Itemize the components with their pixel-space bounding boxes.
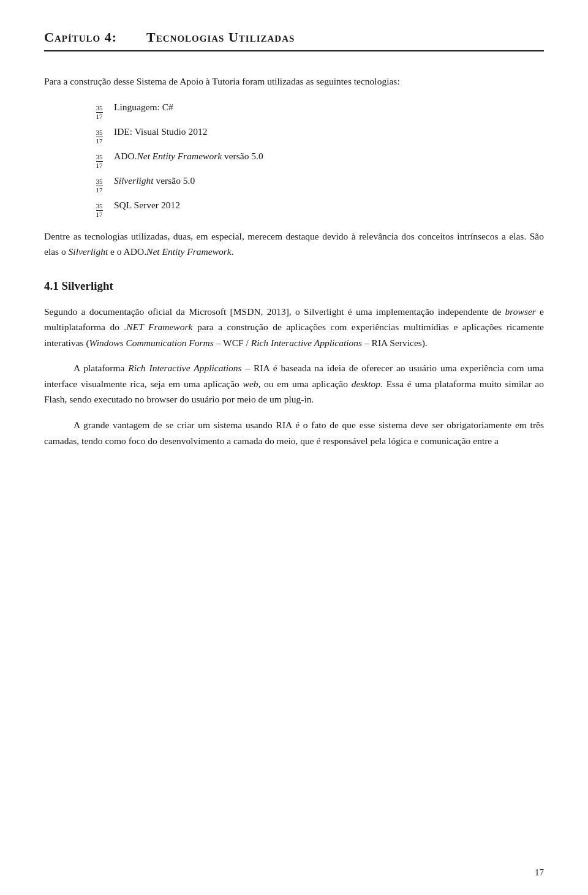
section-4-1-paragraph-2: A plataforma Rich Interactive Applicatio… xyxy=(44,360,544,407)
list-item: 35 17 Silverlight versão 5.0 xyxy=(93,173,544,194)
page-number: 17 xyxy=(535,867,544,878)
fraction-marker: 35 17 xyxy=(93,153,105,169)
list-item-text: SQL Server 2012 xyxy=(114,197,180,213)
section-heading-4-1: 4.1 Silverlight xyxy=(44,279,544,293)
list-item: 35 17 IDE: Visual Studio 2012 xyxy=(93,124,544,145)
list-item: 35 17 ADO.Net Entity Framework versão 5.… xyxy=(93,148,544,169)
list-item: 35 17 Linguagem: C# xyxy=(93,99,544,120)
section-4-1-paragraph-3: A grande vantagem de se criar um sistema… xyxy=(44,417,544,448)
chapter-header: Capítulo 4: Tecnologias Utilizadas xyxy=(44,29,544,51)
fraction-marker: 35 17 xyxy=(93,129,105,145)
list-item: 35 17 SQL Server 2012 xyxy=(93,197,544,218)
fraction-marker: 35 17 xyxy=(93,202,105,218)
fraction-marker: 35 17 xyxy=(93,104,105,120)
fraction-marker: 35 17 xyxy=(93,178,105,194)
list-item-text: IDE: Visual Studio 2012 xyxy=(114,124,208,140)
intro-paragraph: Para a construção desse Sistema de Apoio… xyxy=(44,74,544,89)
technologies-list: 35 17 Linguagem: C# 35 17 IDE: Visual St… xyxy=(93,99,544,219)
chapter-label: Capítulo 4: xyxy=(44,29,117,45)
section-4-1-paragraph-1: Segundo a documentação oficial da Micros… xyxy=(44,304,544,351)
chapter-title: Tecnologias Utilizadas xyxy=(146,29,295,45)
list-item-text: Linguagem: C# xyxy=(114,99,173,115)
list-item-text: Silverlight versão 5.0 xyxy=(114,173,195,189)
body-paragraph-1: Dentre as tecnologias utilizadas, duas, … xyxy=(44,228,544,260)
list-item-text: ADO.Net Entity Framework versão 5.0 xyxy=(114,148,263,164)
page: Capítulo 4: Tecnologias Utilizadas Para … xyxy=(0,0,588,895)
